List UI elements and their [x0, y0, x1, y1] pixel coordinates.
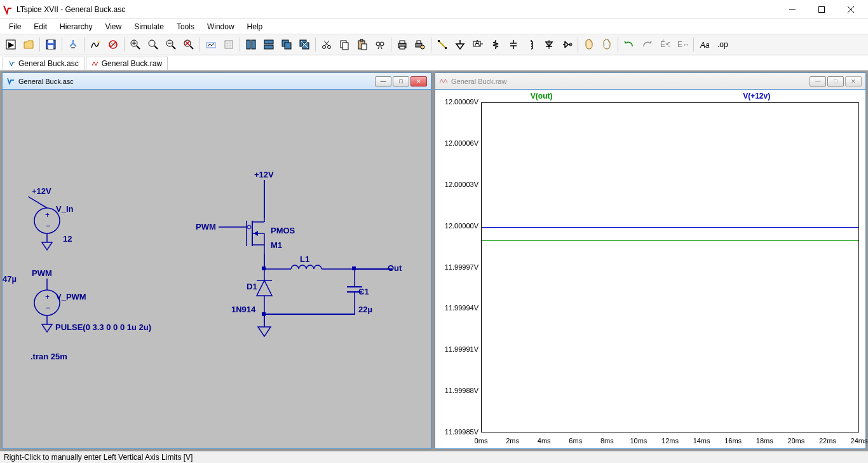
- y-axis-tick[interactable]: 12.00006V: [435, 139, 478, 147]
- plot-trace[interactable]: [482, 240, 858, 241]
- x-axis-tick[interactable]: 18ms: [756, 437, 773, 445]
- y-axis-tick[interactable]: 12.00000V: [435, 222, 478, 230]
- redo-icon[interactable]: [639, 36, 655, 53]
- y-axis-tick[interactable]: 11.99997V: [435, 263, 478, 271]
- maximize-button[interactable]: [807, 0, 836, 19]
- ground-symbol[interactable]: [257, 326, 272, 338]
- wire[interactable]: [264, 180, 265, 218]
- close-button[interactable]: [836, 0, 865, 19]
- x-axis-tick[interactable]: 16ms: [724, 437, 742, 445]
- c1-value[interactable]: 22µ: [358, 305, 372, 314]
- wire[interactable]: [264, 314, 355, 315]
- run-icon[interactable]: [87, 36, 104, 53]
- mirror-icon[interactable]: E↔ヨ: [674, 36, 691, 53]
- net-label-12v-2[interactable]: +12V: [254, 170, 274, 179]
- y-axis-tick[interactable]: 11.99994V: [435, 304, 478, 312]
- x-axis-tick[interactable]: 0ms: [475, 437, 488, 445]
- undo-icon[interactable]: [621, 36, 637, 53]
- plot-close-button[interactable]: ✕: [845, 76, 862, 86]
- x-axis-tick[interactable]: 2ms: [506, 437, 519, 445]
- open-icon[interactable]: [20, 36, 37, 53]
- menu-view[interactable]: View: [98, 20, 128, 33]
- plot-area[interactable]: [481, 102, 859, 432]
- vpwm-value[interactable]: PULSE(0 3.3 0 0 0 1u 2u): [55, 322, 151, 332]
- x-axis-tick[interactable]: 22ms: [819, 437, 836, 445]
- close-all-icon[interactable]: [296, 36, 313, 53]
- y-axis-tick[interactable]: 12.00009V: [435, 98, 478, 106]
- voltage-source-vpwm[interactable]: + −: [28, 279, 66, 342]
- label-icon[interactable]: A: [470, 36, 486, 53]
- voltage-source-vin[interactable]: + −: [28, 197, 66, 260]
- ground-icon[interactable]: [452, 36, 468, 53]
- plot-maximize-button[interactable]: □: [827, 76, 844, 86]
- pan-icon[interactable]: [145, 36, 161, 53]
- schematic-minimize-button[interactable]: —: [375, 76, 391, 86]
- net-label-12v[interactable]: +12V: [32, 186, 51, 196]
- print-icon[interactable]: [394, 36, 410, 53]
- schematic-titlebar[interactable]: General Buck.asc — □ ✕: [3, 73, 431, 90]
- zoom-out-icon[interactable]: [163, 36, 179, 53]
- component-label-m1[interactable]: M1: [271, 240, 282, 250]
- cascade-icon[interactable]: [278, 36, 295, 53]
- plot-titlebar[interactable]: General Buck.raw — □ ✕: [435, 73, 865, 90]
- l1-value[interactable]: 47µ: [3, 274, 17, 284]
- menu-help[interactable]: Help: [241, 20, 269, 33]
- tab-schematic[interactable]: General Buck.asc: [3, 57, 85, 70]
- schematic-maximize-button[interactable]: □: [393, 76, 409, 86]
- plot-canvas[interactable]: V(out) V(+12v) 11.99985V11.99988V11.9999…: [435, 90, 865, 448]
- menu-edit[interactable]: Edit: [27, 20, 53, 33]
- schematic-close-button[interactable]: ✕: [410, 76, 427, 86]
- mosfet-m1[interactable]: [219, 217, 269, 255]
- vin-value[interactable]: 12: [63, 234, 72, 244]
- plot-trace[interactable]: [482, 227, 858, 228]
- menu-file[interactable]: File: [3, 20, 27, 33]
- diode-d1[interactable]: [254, 269, 275, 314]
- zoom-in-icon[interactable]: [127, 36, 144, 53]
- halt-icon[interactable]: [105, 36, 121, 53]
- y-axis-tick[interactable]: 12.00003V: [435, 181, 478, 188]
- component-icon[interactable]: [559, 36, 575, 53]
- y-axis-tick[interactable]: 11.99991V: [435, 345, 478, 353]
- x-axis-tick[interactable]: 6ms: [569, 437, 582, 445]
- legend-vout[interactable]: V(out): [531, 92, 553, 100]
- spice-directive-icon[interactable]: .op: [714, 36, 731, 53]
- move-icon[interactable]: [581, 36, 597, 53]
- net-label-pwm[interactable]: PWM: [32, 268, 52, 278]
- y-axis-tick[interactable]: 11.99988V: [435, 387, 478, 394]
- find-icon[interactable]: [372, 36, 388, 53]
- plot-minimize-button[interactable]: —: [810, 76, 826, 86]
- rotate-icon[interactable]: É⟲: [656, 36, 673, 53]
- legend-v12[interactable]: V(+12v): [743, 92, 770, 100]
- inductor-l1[interactable]: [264, 263, 355, 275]
- diode-icon[interactable]: [541, 36, 557, 53]
- x-axis-tick[interactable]: 14ms: [693, 437, 710, 445]
- save-icon[interactable]: [43, 36, 59, 53]
- capacitor-icon[interactable]: [505, 36, 522, 53]
- component-label-pmos[interactable]: PMOS: [271, 226, 295, 235]
- resistor-icon[interactable]: [487, 36, 504, 53]
- d1-value[interactable]: 1N914: [231, 305, 255, 314]
- control-panel-icon[interactable]: [65, 36, 81, 53]
- tab-raw[interactable]: General Buck.raw: [86, 57, 168, 70]
- x-axis-tick[interactable]: 8ms: [600, 437, 614, 445]
- menu-window[interactable]: Window: [201, 20, 241, 33]
- schematic-canvas[interactable]: +12V V_In + − 12 PWM V_PWM + −: [3, 90, 431, 448]
- text-icon[interactable]: Aa: [696, 36, 713, 53]
- tile-horizontal-icon[interactable]: [261, 36, 277, 53]
- x-axis-tick[interactable]: 24ms: [851, 437, 868, 445]
- wire[interactable]: [264, 314, 265, 327]
- x-axis-tick[interactable]: 12ms: [661, 437, 679, 445]
- net-label-pwm-gate[interactable]: PWM: [196, 222, 216, 232]
- wire-icon[interactable]: [434, 36, 451, 53]
- print-setup-icon[interactable]: [412, 36, 428, 53]
- zoom-fit-icon[interactable]: [180, 36, 197, 53]
- minimize-button[interactable]: [778, 0, 807, 19]
- cut-icon[interactable]: [318, 36, 335, 53]
- menu-hierarchy[interactable]: Hierarchy: [53, 20, 98, 33]
- new-schematic-icon[interactable]: ▶: [3, 36, 19, 53]
- menu-simulate[interactable]: Simulate: [128, 20, 170, 33]
- copy-icon[interactable]: [336, 36, 353, 53]
- x-axis-tick[interactable]: 10ms: [630, 437, 647, 445]
- x-axis-tick[interactable]: 20ms: [787, 437, 804, 445]
- autorange-icon[interactable]: [203, 36, 219, 53]
